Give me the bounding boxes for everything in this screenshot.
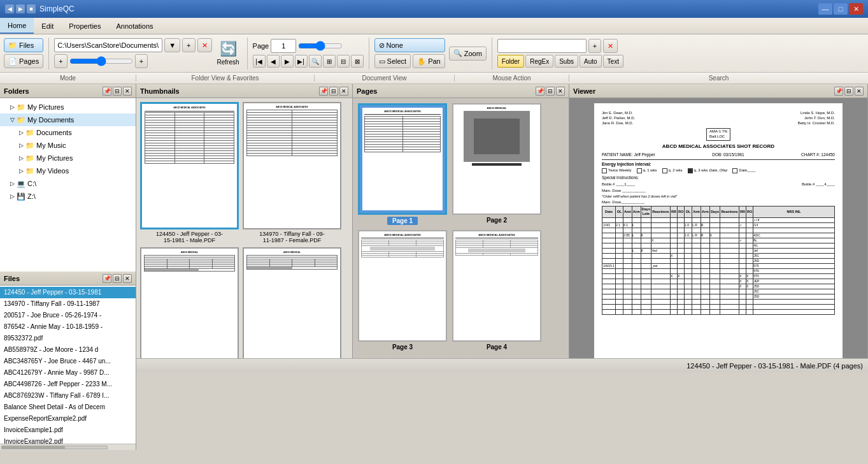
file-item[interactable]: InvoiceExample1.pdf	[0, 424, 136, 436]
file-item[interactable]: 876542 - Annie May - 10-18-1959 -	[0, 321, 136, 333]
search-add[interactable]: +	[588, 39, 601, 53]
thumbnails-pin[interactable]: 📌	[319, 87, 328, 96]
folders-close[interactable]: ✕	[123, 87, 132, 96]
path-add[interactable]: +	[182, 38, 195, 52]
file-item[interactable]: ABC876923W - Tiffany Fall - 6789 I...	[0, 390, 136, 402]
bookmark-next[interactable]: +	[135, 54, 148, 68]
file-item[interactable]: 89532372.pdf	[0, 333, 136, 344]
app-icon-back[interactable]: ◀	[5, 4, 14, 13]
page-input[interactable]	[271, 39, 296, 53]
thumbnail-item[interactable]: ABCD MEDICAL	[243, 247, 341, 358]
nav-first[interactable]: |◀	[253, 55, 266, 68]
files-scrollbar[interactable]	[0, 444, 136, 450]
bookmark-prev[interactable]: +	[54, 54, 67, 68]
thumbnails-close[interactable]: ✕	[339, 87, 348, 96]
pages-close[interactable]: ✕	[556, 87, 565, 96]
file-item[interactable]: 124450 - Jeff Pepper - 03-15-1981	[0, 287, 136, 298]
pages-float[interactable]: ⊟	[546, 87, 555, 96]
menu-properties[interactable]: Properties	[61, 18, 108, 34]
nav-prev[interactable]: ◀	[267, 55, 280, 68]
file-item[interactable]: AB558979Z - Joe Moore - 1234 d	[0, 344, 136, 356]
folder-item[interactable]: ▷ 💻 C:\	[0, 177, 136, 190]
page-item-4[interactable]: ABCD MEDICAL ASSOCIATES	[452, 230, 541, 351]
app-icon-fwd[interactable]: ▶	[16, 4, 25, 13]
files-close[interactable]: ✕	[123, 274, 132, 283]
viewer-area[interactable]: Jim E. Dean, M.D. Jeff D. Parker, M.D. J…	[569, 98, 867, 358]
files-title: Files	[4, 275, 20, 282]
folder-item[interactable]: ▷ 💾 Z:\	[0, 190, 136, 203]
files-float[interactable]: ⊟	[113, 274, 122, 283]
zoom-button[interactable]: 🔍 Zoom	[449, 47, 487, 61]
select-button[interactable]: ▭ Select	[374, 54, 411, 68]
menu-annotations[interactable]: Annotations	[108, 18, 160, 34]
page-label-4: Page 4	[487, 344, 507, 351]
file-item[interactable]: ABC348765Y - Joe Bruce - 4467 un...	[0, 356, 136, 367]
auto-search-btn[interactable]: Auto	[580, 55, 602, 68]
thumbnail-item[interactable]: ABCD MEDICAL ASSOCIATES	[140, 102, 239, 243]
nav-page-fit[interactable]: ⊟	[337, 55, 350, 68]
nav-fullscreen[interactable]: ⊠	[351, 55, 364, 68]
file-item[interactable]: Balance Sheet Detail - As of Decem	[0, 402, 136, 413]
app-icon-stop[interactable]: ■	[27, 4, 36, 13]
folders-pin[interactable]: 📌	[103, 87, 111, 96]
thumbnail-item[interactable]: ABCD MEDICAL ASSOCIATES	[243, 102, 341, 243]
pages-button[interactable]: 📄 Pages	[4, 54, 43, 68]
text-search-btn[interactable]: Text	[603, 55, 623, 68]
nav-zoom-fit[interactable]: ⊞	[323, 55, 336, 68]
thumbnails-float[interactable]: ⊟	[329, 87, 338, 96]
folder-slider[interactable]	[69, 56, 133, 66]
path-remove[interactable]: ✕	[197, 38, 212, 52]
viewer-title: Viewer	[573, 87, 595, 95]
file-item[interactable]: ABC4498726 - Jeff Pepper - 2233 M...	[0, 379, 136, 390]
page-image-3: ABCD MEDICAL ASSOCIATES	[358, 230, 447, 342]
folders-float[interactable]: ⊟	[113, 87, 122, 96]
menu-home[interactable]: Home	[0, 18, 34, 34]
search-input[interactable]	[497, 39, 587, 53]
page-item-2[interactable]: ABCD MEDICAL Page 2	[452, 103, 541, 225]
search-remove[interactable]: ✕	[603, 39, 618, 53]
folder-item[interactable]: ▷ 📁 Documents	[0, 126, 136, 139]
files-pin[interactable]: 📌	[103, 274, 111, 283]
pan-button[interactable]: ✋ Pan	[413, 54, 445, 68]
pages-pin[interactable]: 📌	[536, 87, 544, 96]
regex-search-btn[interactable]: RegEx	[525, 55, 553, 68]
menu-edit[interactable]: Edit	[34, 18, 61, 34]
files-button[interactable]: 📁 📁 Files Files	[4, 38, 43, 52]
file-item[interactable]: ExpenseReportExample2.pdf	[0, 413, 136, 424]
refresh-icon[interactable]: 🔄	[220, 41, 237, 57]
folder-item[interactable]: ▽ 📁 My Documents	[0, 113, 136, 126]
viewer-float[interactable]: ⊟	[844, 87, 853, 96]
viewer-pin[interactable]: 📌	[834, 87, 843, 96]
folder-item[interactable]: ▷ 📁 My Videos	[0, 164, 136, 177]
none-button[interactable]: ⊘ None	[374, 38, 445, 52]
viewer-close[interactable]: ✕	[855, 87, 864, 96]
path-dropdown[interactable]: ▼	[164, 38, 180, 52]
nav-search[interactable]: 🔍	[309, 55, 322, 68]
page-slider[interactable]	[298, 41, 343, 51]
viewer-document: Jim E. Dean, M.D. Jeff D. Parker, M.D. J…	[594, 103, 843, 358]
maximize-button[interactable]: □	[834, 3, 848, 15]
menu-bar: Home Edit Properties Annotations	[0, 18, 868, 34]
thumbnail-item[interactable]: ABCD MEDICAL	[140, 247, 239, 358]
page-item-1[interactable]: ABCD MEDICAL ASSOCIATES	[358, 103, 447, 225]
folder-item[interactable]: ▷ 📁 My Music	[0, 139, 136, 152]
path-input[interactable]	[57, 41, 159, 49]
select-icon: ▭	[379, 57, 385, 66]
subs-search-btn[interactable]: Subs	[555, 55, 578, 68]
expand-icon: ▷	[19, 142, 24, 149]
folder-icon-pics: 📁	[25, 154, 34, 163]
nav-last[interactable]: ▶|	[295, 55, 308, 68]
folder-search-btn[interactable]: Folder	[497, 55, 524, 68]
folder-icon-docs: 📁	[25, 129, 34, 137]
none-icon: ⊘	[379, 41, 385, 50]
minimize-button[interactable]: —	[818, 3, 832, 15]
folder-item[interactable]: ▷ 📁 My Pictures	[0, 152, 136, 164]
file-item[interactable]: ABC412679Y - Annie May - 9987 D...	[0, 367, 136, 379]
folder-item[interactable]: ▷ 📁 My Pictures	[0, 101, 136, 113]
nav-next[interactable]: ▶	[281, 55, 294, 68]
file-item[interactable]: 134970 - Tiffany Fall - 09-11-1987	[0, 298, 136, 310]
file-item[interactable]: InvoiceExample2.pdf	[0, 436, 136, 444]
page-item-3[interactable]: ABCD MEDICAL ASSOCIATES	[358, 230, 447, 351]
close-button[interactable]: ✕	[849, 3, 863, 15]
file-item[interactable]: 200517 - Joe Bruce - 05-26-1974 -	[0, 310, 136, 321]
